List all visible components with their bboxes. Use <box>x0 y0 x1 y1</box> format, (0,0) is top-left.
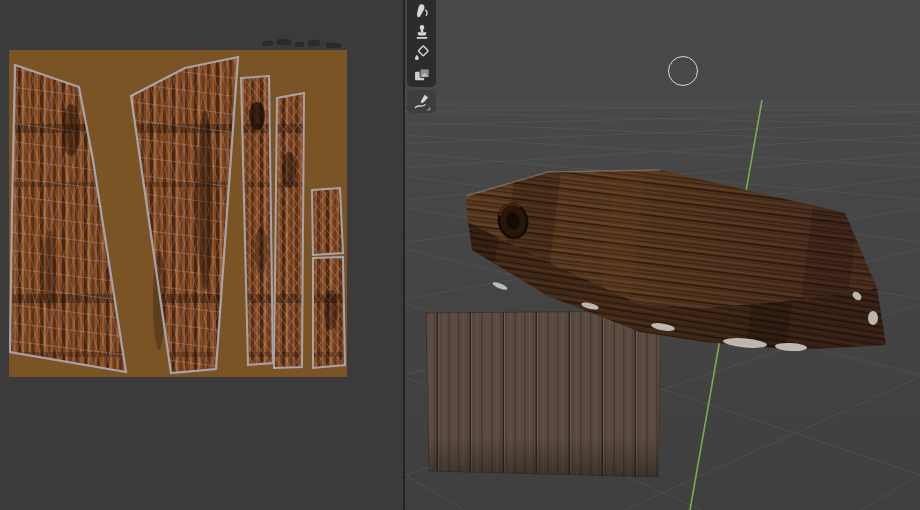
annotation-stroke <box>308 40 320 47</box>
viewport-3d[interactable] <box>405 0 920 510</box>
tool-clone-button[interactable] <box>407 22 436 43</box>
uv-islands-graphic <box>9 50 347 377</box>
uv-island[interactable] <box>10 65 126 372</box>
uv-image-editor-panel <box>0 0 403 510</box>
texture-plane-preview[interactable] <box>426 311 661 477</box>
dropdown-corner-indicator <box>426 106 430 110</box>
fill-bucket-icon <box>412 44 432 64</box>
tool-fill-button[interactable] <box>407 43 436 64</box>
uv-island[interactable] <box>274 93 304 368</box>
annotation-stroke <box>295 42 304 47</box>
annotate-pen-icon <box>412 92 432 112</box>
annotation-stroke <box>262 40 273 46</box>
app-window <box>0 0 920 510</box>
uv-texture-canvas[interactable] <box>9 50 347 377</box>
uv-island[interactable] <box>313 257 345 368</box>
annotation-stroke <box>326 43 341 49</box>
clone-stamp-icon <box>412 23 432 43</box>
tool-shelf <box>407 0 436 113</box>
tool-mask-button[interactable] <box>407 64 436 85</box>
tool-smear-button[interactable] <box>407 1 436 22</box>
tool-group <box>407 0 436 87</box>
uv-island[interactable] <box>131 57 238 373</box>
tool-annotate-button[interactable] <box>407 90 436 113</box>
smear-brush-icon <box>412 2 432 22</box>
viewport-scene <box>405 0 920 510</box>
uv-island[interactable] <box>312 188 343 255</box>
uv-island[interactable] <box>241 76 273 365</box>
annotation-stroke <box>277 39 291 46</box>
mask-icon <box>412 65 432 85</box>
